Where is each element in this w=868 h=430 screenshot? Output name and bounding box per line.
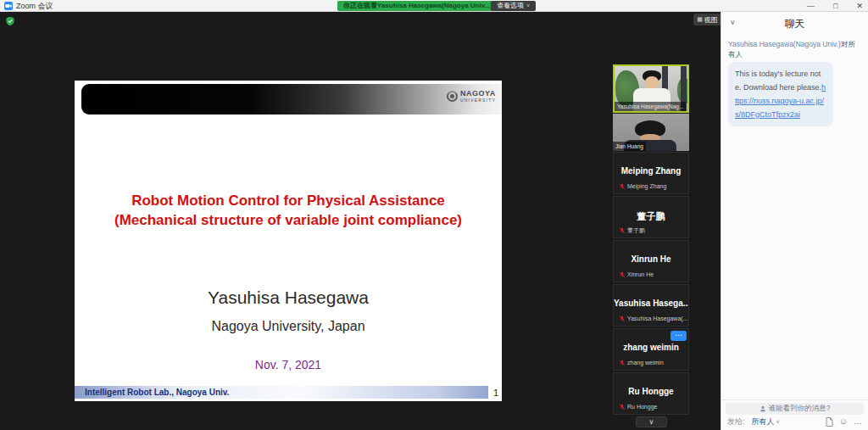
participant-label: Yasuhisa Hasegawa(Nag... — [617, 103, 683, 110]
zoom-meeting-window: Zoom 会议 你正在观看Yasuhisa Hasegawa(Nagoya Un… — [0, 0, 868, 430]
chat-message-bubble: This is today's lecture note. Download h… — [728, 62, 833, 126]
window-titlebar: Zoom 会议 你正在观看Yasuhisa Hasegawa(Nagoya Un… — [0, 0, 868, 12]
participant-tile[interactable]: ⋯ zhang weimin zhang weimin — [613, 328, 689, 371]
meeting-stage: ▦ 视图 NAGOYA UNIVERSITY Robot Motion Cont… — [0, 12, 721, 430]
participant-name: Yasuhisa Hasega... — [614, 299, 688, 308]
zoom-app-icon — [4, 2, 13, 10]
participant-name: zhang weimin — [614, 343, 688, 352]
view-layout-button[interactable]: ▦ 视图 — [693, 14, 721, 25]
chat-message-list: Yasuhisa Hasegawa(Nagoya Univ.)对所有人 This… — [721, 34, 868, 131]
participant-name: Ru Hongge — [614, 387, 688, 396]
participant-label: Meiping Zhang — [627, 182, 666, 190]
chat-compose-area: 谁能看到你的消息? 发给: 所有人 ˅ ☺ … — [721, 399, 868, 430]
muted-mic-icon — [619, 227, 626, 234]
chevron-down-icon: ˅ — [526, 3, 530, 8]
slide-date: Nov. 7, 2021 — [75, 358, 502, 371]
nagoya-logo-icon — [447, 91, 458, 102]
chat-message-text: This is today's lecture note. Download h… — [735, 70, 821, 92]
participant-label: Xinrun He — [627, 271, 654, 278]
file-icon[interactable] — [826, 417, 833, 427]
send-to-dropdown[interactable]: 所有人 ˅ — [752, 416, 780, 427]
maximize-button[interactable]: □ — [833, 0, 837, 12]
muted-mic-icon — [619, 183, 626, 190]
muted-mic-icon — [619, 316, 626, 322]
chat-header: ∨ 聊天 — [721, 12, 868, 34]
participant-tile[interactable]: 董子鹏 董子鹏 — [613, 196, 689, 238]
participant-label: zhang weimin — [627, 359, 664, 366]
participant-tile[interactable]: Xinrun He Xinrun He — [613, 240, 689, 282]
chat-sender-name: Yasuhisa Hasegawa(Nagoya Univ.) — [728, 40, 841, 48]
muted-mic-icon — [619, 404, 626, 410]
participant-video[interactable]: Jian Huang — [613, 114, 689, 151]
nagoya-university-logo: NAGOYA UNIVERSITY — [447, 90, 496, 103]
participant-name: 董子鹏 — [614, 210, 688, 223]
slide-author: Yasuhisa Hasegawa — [75, 288, 502, 308]
person-icon — [760, 405, 766, 412]
chat-sender-line: Yasuhisa Hasegawa(Nagoya Univ.)对所有人 — [728, 39, 861, 59]
chat-visibility-hint[interactable]: 谁能看到你的消息? — [726, 403, 864, 415]
chat-panel: ∨ 聊天 Yasuhisa Hasegawa(Nagoya Univ.)对所有人… — [721, 12, 868, 430]
participant-name: Meiping Zhang — [614, 166, 688, 176]
muted-mic-icon — [619, 360, 626, 366]
emoji-icon[interactable]: ☺ — [839, 417, 848, 426]
participant-tile[interactable]: Meiping Zhang Meiping Zhang — [613, 152, 689, 194]
chevron-down-icon: ˅ — [776, 419, 780, 425]
participant-label: Yasuhisa Hasegawa(... — [627, 315, 687, 322]
participant-tile[interactable]: Yasuhisa Hasega... Yasuhisa Hasegawa(... — [613, 284, 689, 327]
chat-send-row: 发给: 所有人 ˅ ☺ … — [727, 416, 862, 427]
participant-tile[interactable]: Ru Hongge Ru Hongge — [613, 372, 689, 415]
grid-icon: ▦ — [697, 16, 703, 23]
view-options-button[interactable]: 查看选项˅ — [491, 1, 536, 11]
participant-label: 董子鹏 — [627, 226, 645, 234]
participant-label: Jian Huang — [615, 142, 643, 150]
shared-slide: NAGOYA UNIVERSITY Robot Motion Control f… — [75, 81, 502, 401]
participant-name: Xinrun He — [614, 254, 688, 264]
chat-title: 聊天 — [721, 17, 868, 31]
muted-mic-icon — [619, 271, 626, 278]
minimize-button[interactable]: — — [807, 0, 815, 12]
slide-header-bar: NAGOYA UNIVERSITY — [81, 84, 502, 114]
slide-title: Robot Motion Control for Physical Assist… — [75, 191, 502, 230]
more-options-icon[interactable]: … — [854, 417, 862, 426]
meeting-info-shield-icon[interactable] — [5, 16, 15, 26]
slide-affiliation: Nagoya University, Japan — [75, 319, 502, 334]
tile-more-button[interactable]: ⋯ — [670, 331, 687, 341]
participants-scroll-down-button[interactable]: ∨ — [636, 416, 667, 427]
slide-footer: Intelligent Robot Lab., Nagoya Univ. — [75, 386, 488, 399]
participant-video-active-speaker[interactable]: Yasuhisa Hasegawa(Nag... — [613, 64, 689, 113]
send-to-label: 发给: — [727, 416, 745, 427]
close-button[interactable]: ✕ — [856, 0, 863, 12]
window-title: Zoom 会议 — [16, 1, 53, 11]
participant-label: Ru Hongge — [627, 403, 657, 410]
slide-page-number: 1 — [493, 388, 498, 398]
